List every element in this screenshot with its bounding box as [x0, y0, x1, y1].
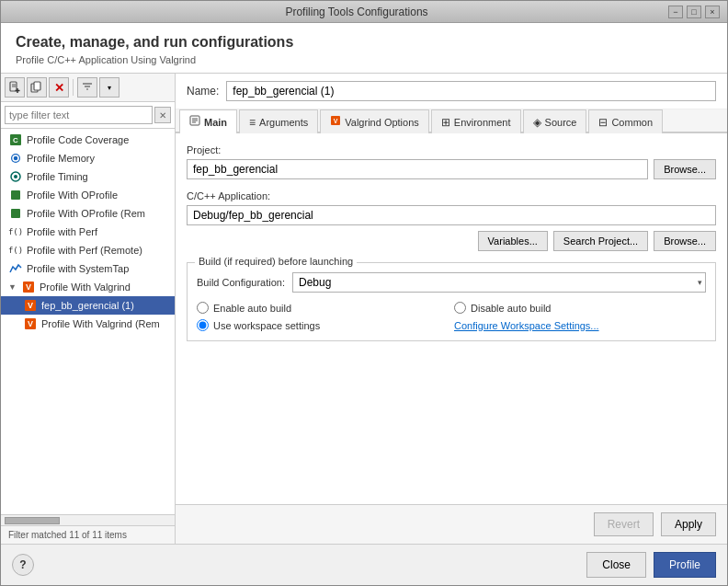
- tree-item-profile-with-oprofile-rem[interactable]: Profile With OProfile (Rem: [1, 204, 175, 223]
- tree-item-label: Profile With Valgrind: [40, 282, 131, 293]
- project-field-row: Browse...: [187, 159, 716, 179]
- new-config-button[interactable]: [5, 77, 25, 98]
- variables-button[interactable]: Variables...: [478, 231, 548, 251]
- tree-item-profile-with-systemtap[interactable]: Profile with SystemTap: [1, 259, 175, 278]
- app-browse-button[interactable]: Browse...: [654, 231, 716, 251]
- radio-disable-auto-build-label: Disable auto build: [471, 303, 551, 314]
- apply-button[interactable]: Apply: [661, 512, 716, 536]
- expand-arrow: ▼: [8, 282, 17, 292]
- tree-item-profile-code-coverage[interactable]: C Profile Code Coverage: [1, 131, 175, 149]
- tab-environment[interactable]: ⊞ Environment: [431, 109, 521, 133]
- profile-with-valgrind-icon: V: [21, 280, 36, 294]
- more-options-button[interactable]: ▾: [99, 77, 119, 98]
- close-button[interactable]: Close: [586, 552, 646, 578]
- profile-button[interactable]: Profile: [654, 552, 716, 578]
- tree-item-profile-with-oprofile[interactable]: Profile With OProfile: [1, 186, 175, 204]
- build-config-label: Build Configuration:: [197, 277, 285, 288]
- tree-item-profile-with-perf[interactable]: f() Profile with Perf: [1, 223, 175, 241]
- tree-item-profile-memory[interactable]: Profile Memory: [1, 149, 175, 167]
- build-section-title: Build (if required) before launching: [195, 256, 357, 267]
- tree-item-label: Profile With OProfile: [27, 190, 118, 201]
- tree-item-profile-with-perf-remote[interactable]: f() Profile with Perf (Remote): [1, 241, 175, 259]
- radio-enable-auto-build-input[interactable]: [197, 302, 209, 314]
- tab-main[interactable]: Main: [179, 109, 237, 133]
- tree-item-profile-with-valgrind-rem[interactable]: V Profile With Valgrind (Rem: [1, 315, 175, 333]
- tree-item-label: Profile with Perf (Remote): [27, 245, 142, 256]
- filter-row: ✕: [1, 102, 175, 129]
- build-config-select[interactable]: Debug Release: [292, 272, 706, 293]
- window-title: Profiling Tools Configurations: [45, 6, 668, 18]
- arguments-tab-label: Arguments: [259, 117, 308, 128]
- tree-item-fep-bb-gerencial[interactable]: V fep_bb_gerencial (1): [1, 296, 175, 315]
- tab-common[interactable]: ⊟ Common: [588, 109, 663, 133]
- close-button[interactable]: ×: [705, 6, 720, 18]
- build-config-row: Build Configuration: Debug Release ▾: [197, 272, 706, 293]
- svg-text:V: V: [28, 301, 33, 310]
- search-project-button[interactable]: Search Project...: [553, 231, 648, 251]
- profile-with-perf-icon: f(): [8, 224, 23, 239]
- profile-with-perf-remote-icon: f(): [8, 243, 23, 258]
- revert-button[interactable]: Revert: [594, 512, 654, 536]
- radio-group: Enable auto build Disable auto build Use…: [197, 302, 706, 331]
- svg-point-15: [14, 175, 17, 178]
- tree-item-label: Profile With OProfile (Rem: [27, 208, 145, 219]
- project-field-group: Project: Browse...: [187, 144, 716, 179]
- tree-item-profile-timing[interactable]: Profile Timing: [1, 167, 175, 186]
- tree-item-label: fep_bb_gerencial (1): [41, 300, 134, 311]
- tree-item-label: Profile Timing: [27, 171, 88, 182]
- tree-item-label: Profile with Perf: [27, 226, 97, 237]
- filter-status: Filter matched 11 of 11 items: [1, 525, 175, 544]
- profile-code-coverage-icon: C: [8, 132, 23, 147]
- minimize-button[interactable]: −: [668, 6, 683, 18]
- svg-text:V: V: [28, 319, 33, 328]
- tree-item-label: Profile Code Coverage: [27, 134, 129, 145]
- profile-timing-icon: [8, 169, 23, 184]
- project-input[interactable]: [187, 159, 648, 179]
- radio-use-workspace-settings-input[interactable]: [197, 319, 209, 331]
- tree-item-label: Profile With Valgrind (Rem: [41, 318, 160, 329]
- tab-source[interactable]: ◈ Source: [523, 109, 587, 133]
- maximize-button[interactable]: □: [687, 6, 701, 18]
- app-field-group: C/C++ Application: Variables... Search P…: [187, 190, 716, 251]
- tree-item-profile-with-valgrind[interactable]: ▼ V Profile With Valgrind: [1, 278, 175, 296]
- title-bar: Profiling Tools Configurations − □ ×: [1, 1, 727, 23]
- filter-clear-button[interactable]: ✕: [154, 107, 171, 123]
- profile-with-oprofile-icon: [8, 188, 23, 202]
- left-toolbar: ✕ ▾: [1, 74, 175, 102]
- app-input[interactable]: [187, 205, 716, 225]
- radio-enable-auto-build-label: Enable auto build: [213, 303, 291, 314]
- header-title: Create, manage, and run configurations: [16, 34, 712, 51]
- fep-bb-gerencial-icon: V: [23, 298, 38, 313]
- app-label: C/C++ Application:: [187, 190, 716, 201]
- valgrind-tab-icon: V: [330, 115, 341, 129]
- tab-valgrind-options[interactable]: V Valgrind Options: [320, 109, 429, 133]
- build-section: Build (if required) before launching Bui…: [187, 262, 716, 341]
- radio-disable-auto-build: Disable auto build: [454, 302, 706, 314]
- profile-with-systemtap-icon: [8, 261, 23, 276]
- scrollbar-thumb[interactable]: [5, 517, 60, 524]
- tab-arguments[interactable]: ≡ Arguments: [239, 109, 318, 133]
- main-content: ✕ ▾ ✕ C Profile Code Coverage: [1, 74, 727, 544]
- name-input[interactable]: [226, 81, 716, 101]
- bottom-buttons: Revert Apply: [176, 504, 727, 544]
- configure-workspace-link-item: Configure Workspace Settings...: [454, 319, 706, 331]
- help-button[interactable]: ?: [12, 554, 34, 576]
- radio-disable-auto-build-input[interactable]: [454, 302, 466, 314]
- main-tab-label: Main: [204, 117, 227, 128]
- source-tab-icon: ◈: [533, 116, 541, 129]
- delete-config-button[interactable]: ✕: [49, 77, 69, 98]
- app-buttons-row: Variables... Search Project... Browse...: [187, 231, 716, 251]
- project-browse-button[interactable]: Browse...: [654, 159, 716, 179]
- main-window: Profiling Tools Configurations − □ × Cre…: [0, 0, 728, 586]
- filter-input[interactable]: [5, 106, 153, 124]
- copy-config-button[interactable]: [27, 77, 47, 98]
- environment-tab-label: Environment: [454, 117, 511, 128]
- profile-with-oprofile-rem-icon: [8, 206, 23, 221]
- radio-use-workspace-settings: Use workspace settings: [197, 319, 449, 331]
- tree-item-label: Profile Memory: [27, 153, 95, 164]
- filter-config-button[interactable]: [77, 77, 97, 98]
- horizontal-scrollbar[interactable]: [1, 514, 175, 525]
- project-label: Project:: [187, 144, 716, 155]
- profile-memory-icon: [8, 151, 23, 166]
- configure-workspace-link[interactable]: Configure Workspace Settings...: [454, 320, 599, 331]
